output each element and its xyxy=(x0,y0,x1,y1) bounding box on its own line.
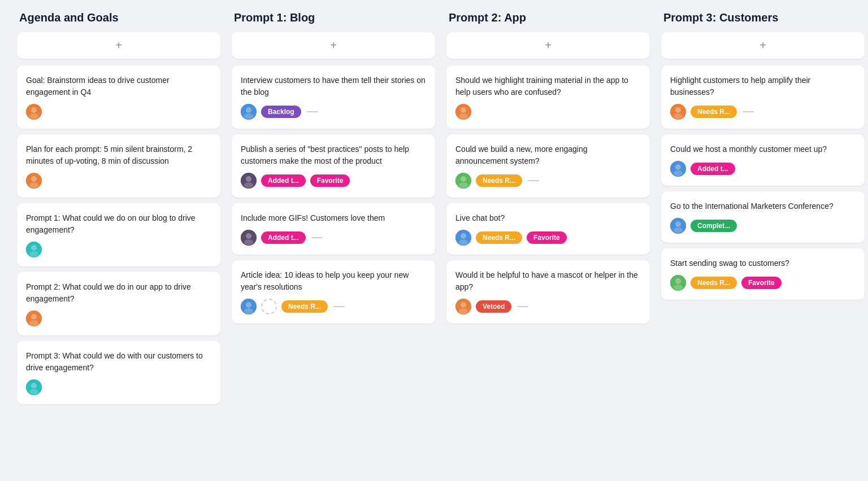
svg-point-13 xyxy=(31,383,37,388)
avatar xyxy=(455,104,471,120)
badge[interactable]: Added t... xyxy=(261,231,306,244)
card-footer: Complet... xyxy=(670,218,856,234)
svg-point-44 xyxy=(674,170,683,176)
badge[interactable]: Added t... xyxy=(261,174,306,187)
svg-point-10 xyxy=(31,314,37,320)
card-text: Interview customers to have them tell th… xyxy=(241,75,426,98)
add-card-button-agenda[interactable]: + xyxy=(17,32,220,59)
svg-point-38 xyxy=(459,308,468,314)
card-footer: Vetoed xyxy=(455,299,641,314)
svg-point-16 xyxy=(246,107,251,113)
add-card-button-prompt1[interactable]: + xyxy=(232,32,435,59)
avatar xyxy=(455,173,471,189)
avatar-placeholder xyxy=(261,299,277,314)
card-text: Publish a series of "best practices" pos… xyxy=(241,143,426,167)
card-footer: Backlog xyxy=(241,104,426,120)
avatar xyxy=(241,173,257,189)
card-text: Article idea: 10 ideas to help you keep … xyxy=(241,269,426,293)
svg-point-11 xyxy=(29,320,38,326)
card-text: Should we highlight training material in… xyxy=(455,75,641,98)
column-title-prompt2: Prompt 2: App xyxy=(446,11,650,24)
svg-point-4 xyxy=(31,176,37,182)
svg-point-29 xyxy=(459,113,468,119)
badge[interactable]: Needs R... xyxy=(281,300,328,313)
avatar xyxy=(26,311,42,326)
badge[interactable]: Backlog xyxy=(261,106,301,118)
card: Could we host a monthly customer meet up… xyxy=(661,134,865,186)
card-footer xyxy=(26,379,211,395)
svg-point-22 xyxy=(246,233,251,239)
badge[interactable]: Needs R... xyxy=(476,231,522,244)
card-footer: Needs R...Favorite xyxy=(455,230,641,246)
badge[interactable]: Complet... xyxy=(691,220,737,232)
dash-divider xyxy=(307,111,318,112)
avatar xyxy=(26,379,42,395)
card: Article idea: 10 ideas to help you keep … xyxy=(232,260,435,323)
svg-point-43 xyxy=(675,164,681,170)
svg-point-7 xyxy=(31,245,37,251)
badge[interactable]: Needs R... xyxy=(476,174,522,187)
svg-point-50 xyxy=(674,285,683,290)
card: Goal: Brainstorm ideas to drive customer… xyxy=(17,65,220,129)
card: Should we highlight training material in… xyxy=(446,65,650,129)
badge[interactable]: Favorite xyxy=(527,231,567,244)
svg-point-28 xyxy=(461,107,466,113)
card-text: Prompt 3: What could we do with our cust… xyxy=(26,350,211,374)
card-footer xyxy=(26,242,211,257)
badge[interactable]: Needs R... xyxy=(691,277,737,289)
card-footer: Needs R... xyxy=(670,104,856,120)
svg-point-5 xyxy=(29,182,38,188)
svg-point-19 xyxy=(246,176,251,182)
add-card-button-prompt3[interactable]: + xyxy=(661,32,865,59)
card-text: Prompt 2: What could we do in our app to… xyxy=(26,281,211,305)
badge[interactable]: Favorite xyxy=(310,174,350,187)
svg-point-1 xyxy=(31,107,37,113)
avatar xyxy=(670,161,686,177)
dash-divider xyxy=(743,111,754,112)
svg-point-47 xyxy=(674,228,683,233)
svg-point-34 xyxy=(461,233,466,239)
card: Prompt 2: What could we do in our app to… xyxy=(17,272,220,335)
svg-point-17 xyxy=(244,113,253,119)
card-footer xyxy=(26,311,211,326)
column-prompt3: Prompt 3: Customers+Highlight customers … xyxy=(656,11,868,410)
card-text: Live chat bot? xyxy=(455,212,641,224)
svg-point-32 xyxy=(459,182,468,188)
card-text: Plan for each prompt: 5 min silent brain… xyxy=(26,143,211,167)
card-text: Would it be helpful to have a mascot or … xyxy=(455,269,641,293)
dash-divider xyxy=(333,306,345,307)
card-text: Could we build a new, more engaging anno… xyxy=(455,143,641,167)
card-footer xyxy=(26,104,211,120)
card-text: Could we host a monthly customer meet up… xyxy=(670,143,856,155)
avatar xyxy=(241,230,257,246)
column-prompt2: Prompt 2: App+Should we highlight traini… xyxy=(441,11,656,410)
card: Prompt 3: What could we do with our cust… xyxy=(17,341,220,404)
card-text: Highlight customers to help amplify thei… xyxy=(670,75,856,98)
card-text: Start sending swag to customers? xyxy=(670,257,856,269)
card: Go to the International Marketers Confer… xyxy=(661,191,865,243)
avatar xyxy=(455,230,471,246)
svg-point-40 xyxy=(675,107,681,113)
add-card-button-prompt2[interactable]: + xyxy=(446,32,650,59)
badge[interactable]: Needs R... xyxy=(691,106,737,118)
dash-divider xyxy=(528,180,539,181)
avatar xyxy=(26,173,42,189)
card: Start sending swag to customers? Needs R… xyxy=(661,248,865,300)
column-title-prompt1: Prompt 1: Blog xyxy=(232,11,435,24)
card-footer xyxy=(26,173,211,189)
svg-point-25 xyxy=(246,302,251,308)
card-footer: Added t...Favorite xyxy=(241,173,426,189)
card: Would it be helpful to have a mascot or … xyxy=(446,260,650,323)
badge[interactable]: Favorite xyxy=(741,277,782,289)
badge[interactable]: Vetoed xyxy=(476,300,511,313)
svg-point-26 xyxy=(244,308,253,314)
board: Agenda and Goals+Goal: Brainstorm ideas … xyxy=(0,0,868,421)
card-footer: Added t... xyxy=(241,230,426,246)
card-footer: Added t... xyxy=(670,161,856,177)
card-footer: Needs R...Favorite xyxy=(670,275,856,291)
badge[interactable]: Added t... xyxy=(691,163,735,175)
card-footer: Needs R... xyxy=(241,299,426,314)
dash-divider xyxy=(517,306,528,307)
card: Include more GIFs! Customers love them A… xyxy=(232,203,435,255)
card-text: Goal: Brainstorm ideas to drive customer… xyxy=(26,75,211,98)
